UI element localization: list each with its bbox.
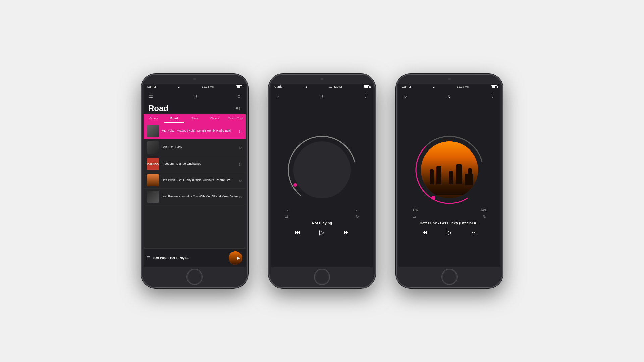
circle-player-3 — [413, 133, 486, 207]
song-info-1: Mr. Probz - Waves (Robin Schulz Remix Ra… — [162, 129, 239, 133]
player-logo-2: ♫ — [320, 93, 323, 99]
play-pause-btn-2[interactable]: ▷ — [319, 228, 324, 236]
song-thumb-3: DJANGO — [147, 158, 159, 170]
playlist-title: Road — [148, 104, 168, 113]
phone-3-screen: Carrier ▲ 12:37 AM ⌄ ♫ ⋮ — [398, 84, 500, 267]
repeat-icon-3[interactable]: ↻ — [483, 214, 486, 219]
playlist-title-bar: Road ≡↓ — [144, 102, 246, 114]
phone-3: Carrier ▲ 12:37 AM ⌄ ♫ ⋮ — [396, 74, 503, 288]
play-btn-1[interactable]: ▷ — [239, 129, 242, 133]
song-title-5: Lost Frequencies - Are You With Me (Offi… — [162, 195, 239, 199]
app-logo: ♫ — [194, 93, 197, 99]
player-header-2: ⌄ ♫ ⋮ — [271, 90, 373, 102]
mini-player-title: Daft Punk - Get Lucky (... — [153, 256, 229, 260]
tab-classic[interactable]: Classic — [205, 114, 225, 123]
phone-1-screen: Carrier ▲ 12:35 AM ☰ ♫ ⌕ Road ≡↓ Others — [144, 84, 246, 267]
song-title-4: Daft Punk - Get Lucky (Official Audio) f… — [162, 178, 239, 182]
time-end-3: 4:08 — [480, 208, 486, 212]
song-title-3: Freedom - Django Unchained — [162, 162, 239, 166]
time-3: 12:37 AM — [457, 85, 469, 88]
song-thumb-2 — [147, 141, 159, 154]
song-thumb-4 — [147, 174, 159, 186]
album-art-3 — [421, 141, 478, 198]
chevron-down-icon-2[interactable]: ⌄ — [276, 93, 280, 99]
time-start-3: 1:49 — [413, 208, 419, 212]
repeat-icon-2[interactable]: ↻ — [356, 214, 359, 219]
prev-btn-2[interactable]: ⏮ — [295, 229, 300, 235]
status-icons-1 — [236, 85, 242, 88]
time-1: 12:35 AM — [202, 85, 214, 88]
home-button-3[interactable] — [441, 269, 458, 285]
carrier-2: Carrier — [274, 85, 284, 88]
song-item-1[interactable]: Mr. Probz - Waves (Robin Schulz Remix Ra… — [144, 123, 246, 139]
track-label-2: Not Playing — [312, 221, 332, 225]
play-btn-3[interactable]: ▷ — [239, 162, 242, 166]
next-btn-2[interactable]: ⏭ — [344, 229, 349, 235]
wifi-icon-3: ▲ — [433, 86, 435, 88]
time-end-2: --:-- — [354, 208, 359, 212]
song-title-1: Mr. Probz - Waves (Robin Schulz Remix Ra… — [162, 129, 239, 133]
song-title-2: Son Lux - Easy — [162, 145, 239, 149]
phones-container: Carrier ▲ 12:35 AM ☰ ♫ ⌕ Road ≡↓ Others — [141, 74, 503, 288]
controls-row-3: ⇄ ↻ — [413, 214, 486, 219]
player-body-2: --:-- --:-- ⇄ ↻ Not Playing ⏮ ▷ ⏭ — [271, 102, 373, 267]
song-info-2: Son Lux - Easy — [162, 145, 239, 149]
mini-player-info: Daft Punk - Get Lucky (... — [153, 256, 229, 260]
song-thumb-1 — [147, 125, 159, 137]
time-start-2: --:-- — [285, 208, 290, 212]
tab-others[interactable]: Others — [144, 114, 164, 123]
search-icon[interactable]: ⌕ — [237, 93, 241, 99]
sort-icon[interactable]: ≡↓ — [236, 106, 241, 111]
battery-icon-3 — [491, 85, 497, 88]
song-item-4[interactable]: Daft Punk - Get Lucky (Official Audio) f… — [144, 172, 246, 189]
playback-controls-2: ⏮ ▷ ⏭ — [285, 228, 359, 236]
track-label-3: Daft Punk - Get Lucky (Official A... — [420, 221, 479, 225]
album-art-empty — [293, 141, 351, 198]
app-header-1: ☰ ♫ ⌕ — [144, 90, 246, 102]
prev-btn-3[interactable]: ⏮ — [422, 229, 428, 235]
player-logo-3: ♫ — [447, 93, 451, 99]
phone-2: Carrier ▲ 12:42 AM ⌄ ♫ ⋮ — [268, 74, 376, 288]
daftpunk-art — [421, 141, 478, 198]
menu-icon[interactable]: ☰ — [148, 93, 153, 99]
tab-music-trap[interactable]: Music - Trap — [225, 114, 246, 123]
song-list: Mr. Probz - Waves (Robin Schulz Remix Ra… — [144, 123, 246, 248]
song-item-3[interactable]: DJANGO Freedom - Django Unchained ▷ — [144, 156, 246, 172]
options-icon-2[interactable]: ⋮ — [363, 93, 368, 99]
player-body-3: 1:49 4:08 ⇄ ↻ Daft Punk - Get Lucky (Off… — [398, 102, 500, 267]
shuffle-icon-3[interactable]: ⇄ — [413, 214, 416, 219]
next-btn-3[interactable]: ⏭ — [471, 229, 477, 235]
tabs-bar: Others Road Save Classic Music - Trap — [144, 114, 246, 123]
controls-row-2: ⇄ ↻ — [285, 214, 359, 219]
time-display-3: 1:49 4:08 — [413, 208, 486, 212]
mini-menu-icon[interactable]: ☰ — [147, 256, 151, 260]
tab-road[interactable]: Road — [164, 114, 184, 123]
carrier-3: Carrier — [402, 85, 411, 88]
wifi-icon-2: ▲ — [305, 86, 308, 88]
time-2: 12:42 AM — [329, 85, 342, 88]
shuffle-icon-2[interactable]: ⇄ — [285, 214, 288, 219]
playback-controls-3: ⏮ ▷ ⏭ — [413, 228, 486, 236]
time-display-2: --:-- --:-- — [285, 208, 359, 212]
song-item-5[interactable]: Lost Frequencies - Are You With Me (Offi… — [144, 189, 246, 205]
play-btn-5[interactable]: ▷ — [239, 195, 242, 199]
song-thumb-5 — [147, 191, 159, 203]
song-info-5: Lost Frequencies - Are You With Me (Offi… — [162, 195, 239, 199]
play-btn-2[interactable]: ▷ — [239, 146, 242, 149]
mini-player[interactable]: ☰ Daft Punk - Get Lucky (... ▶ — [144, 248, 246, 267]
song-info-3: Freedom - Django Unchained — [162, 162, 239, 166]
tab-save[interactable]: Save — [184, 114, 205, 123]
play-pause-btn-3[interactable]: ▷ — [447, 228, 452, 236]
home-button-2[interactable] — [314, 269, 330, 285]
status-bar-1: Carrier ▲ 12:35 AM — [144, 84, 246, 90]
song-info-4: Daft Punk - Get Lucky (Official Audio) f… — [162, 178, 239, 182]
song-item-2[interactable]: Son Lux - Easy ▷ — [144, 139, 246, 156]
options-icon-3[interactable]: ⋮ — [490, 93, 496, 99]
battery-icon-1 — [236, 85, 242, 88]
play-btn-4[interactable]: ▷ — [239, 179, 242, 182]
battery-icon-2 — [364, 85, 370, 88]
chevron-down-icon-3[interactable]: ⌄ — [403, 93, 408, 99]
circle-player-2 — [285, 133, 359, 207]
status-bar-2: Carrier ▲ 12:42 AM — [271, 84, 373, 90]
home-button-1[interactable] — [186, 269, 203, 285]
